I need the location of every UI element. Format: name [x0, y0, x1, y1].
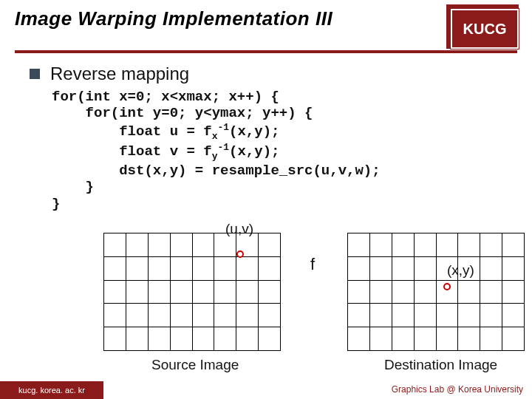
- code-line: for(int y=0; y<ymax; y++) {: [52, 105, 313, 121]
- slide-footer: kucg. korea. ac. kr Graphics Lab @ Korea…: [0, 380, 532, 399]
- uv-label: (u,v): [225, 221, 253, 237]
- code-sup: -1: [217, 122, 229, 133]
- section-title: Reverse mapping: [50, 64, 189, 84]
- dest-caption: Destination Image: [384, 357, 497, 373]
- code-line: (x,y);: [229, 123, 279, 140]
- footer-url: kucg. korea. ac. kr: [0, 381, 103, 399]
- footer-lab: Graphics Lab @ Korea University: [392, 384, 523, 395]
- code-line: float u = f: [52, 123, 212, 140]
- code-line: float v = f: [52, 144, 212, 160]
- source-caption: Source Image: [151, 357, 239, 373]
- dest-point-icon: [443, 283, 451, 290]
- code-line: dst(x,y) = resample_src(u,v,w);: [52, 163, 381, 179]
- slide-title: Image Warping Implementation III: [15, 7, 517, 30]
- source-grid: [103, 233, 281, 351]
- lab-badge: KUCG: [452, 10, 517, 47]
- code-line: }: [52, 179, 94, 195]
- figure: (u,v) (x,y) f Source Image Destination I…: [30, 218, 505, 381]
- xy-label: (x,y): [447, 262, 474, 279]
- dest-grid: [347, 233, 525, 351]
- code-line: (x,y);: [229, 144, 279, 160]
- function-label: f: [310, 255, 315, 274]
- code-block: for(int x=0; x<xmax; x++) { for(int y=0;…: [52, 89, 505, 212]
- code-line: for(int x=0; x<xmax; x++) {: [52, 89, 279, 105]
- slide-header: Image Warping Implementation III KUCG: [0, 0, 532, 46]
- slide-content: Reverse mapping for(int x=0; x<xmax; x++…: [0, 53, 532, 381]
- code-line: }: [52, 196, 60, 212]
- bullet-icon: [30, 69, 40, 79]
- bullet-row: Reverse mapping: [30, 64, 505, 84]
- source-point-icon: [236, 250, 244, 258]
- code-sup: -1: [217, 142, 229, 153]
